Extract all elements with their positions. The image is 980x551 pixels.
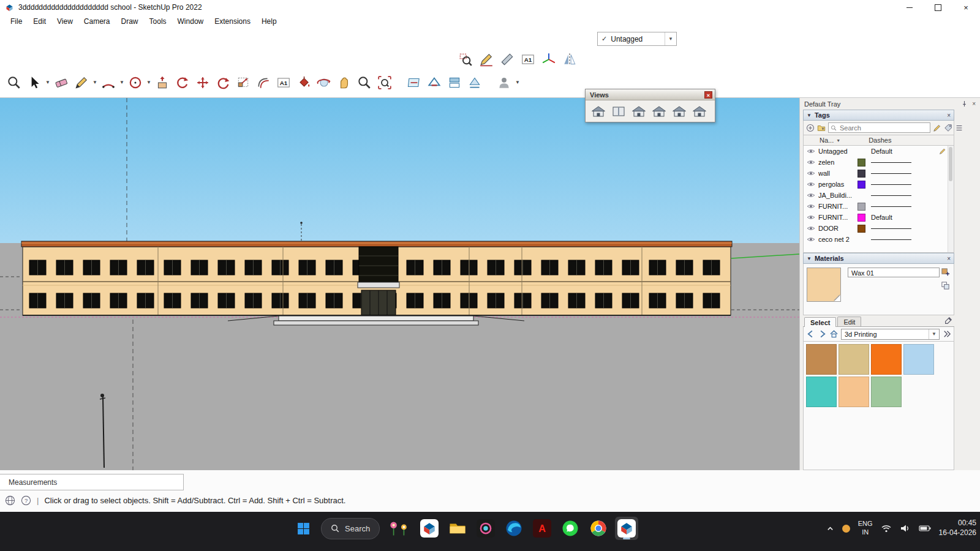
material-1[interactable] [806, 344, 837, 375]
material-7[interactable] [871, 377, 902, 407]
taskbar-app-media[interactable] [474, 517, 497, 540]
chevron-down-icon[interactable]: ▼ [929, 329, 939, 339]
back-arrow-icon[interactable] [806, 329, 815, 339]
avatar-tool-button[interactable]: ▼ [495, 73, 513, 92]
add-tag-icon[interactable] [806, 124, 815, 132]
visibility-eye-icon[interactable] [804, 192, 818, 198]
measurements-box[interactable]: Measurements [0, 474, 184, 490]
start-button[interactable] [292, 517, 315, 540]
edit-pencil-icon[interactable] [939, 148, 946, 155]
tag-row[interactable]: UntaggedDefault [804, 146, 954, 157]
column-name-header[interactable]: Na... [820, 137, 834, 144]
view-front-button[interactable] [630, 103, 647, 119]
hidden-icons-chevron-icon[interactable] [826, 525, 834, 533]
material-preview[interactable] [807, 268, 841, 302]
tags-search-box[interactable] [828, 122, 930, 133]
tags-search-input[interactable] [839, 124, 928, 132]
collapse-arrow-icon[interactable]: ▼ [807, 256, 812, 261]
menu-camera[interactable]: Camera [78, 16, 116, 27]
materials-section-header[interactable]: ▼ Materials × [803, 253, 954, 264]
select-tool-button[interactable]: ▼ [25, 73, 43, 92]
tags-column-headers[interactable]: Na...▼ Dashes [803, 135, 954, 146]
dropdown-caret-icon[interactable]: ▼ [119, 80, 124, 85]
zoom-tool-button[interactable] [5, 73, 23, 92]
tag-color-swatch[interactable] [858, 170, 865, 178]
tag-row[interactable]: DOOR [804, 223, 954, 234]
dropdown-caret-icon[interactable]: ▼ [146, 80, 151, 85]
language-indicator[interactable]: ENG IN [858, 520, 873, 537]
taskbar-app-whatsapp[interactable] [559, 517, 582, 540]
taskbar-app-edge[interactable] [502, 517, 526, 540]
visibility-eye-icon[interactable] [804, 225, 818, 231]
section-display-tool-button[interactable] [425, 73, 443, 92]
arc-tool-button[interactable]: ▼ [99, 73, 118, 92]
eraser-tool-button[interactable] [52, 73, 70, 92]
flip-tool-button[interactable] [560, 50, 579, 69]
taskbar-search[interactable]: Search [321, 518, 380, 539]
knife-tool-button[interactable] [498, 50, 516, 69]
school-building-model[interactable] [21, 241, 732, 315]
tag-dashes[interactable] [871, 195, 920, 196]
tag-dashes[interactable]: Default [871, 148, 920, 155]
visibility-eye-icon[interactable] [804, 170, 818, 176]
tag-row[interactable]: pergolas [804, 179, 954, 190]
tag-dashes[interactable] [871, 206, 920, 207]
help-question-icon[interactable]: ? [21, 495, 31, 506]
dropdown-caret-icon[interactable]: ▼ [515, 80, 520, 85]
zoom-extents-tool-button[interactable] [375, 73, 394, 92]
volume-icon[interactable] [900, 524, 911, 533]
secondary-pane-icon[interactable] [941, 281, 950, 290]
move-tool-button[interactable] [194, 73, 212, 92]
maximize-button[interactable] [924, 0, 952, 15]
follow-me-tool-button[interactable] [173, 73, 192, 92]
tags-section-header[interactable]: ▼ Tags × [803, 110, 954, 121]
visibility-eye-icon[interactable] [804, 181, 818, 187]
material-4[interactable] [903, 344, 934, 375]
tag-color-swatch[interactable] [858, 225, 865, 233]
tag-details-icon[interactable] [955, 124, 963, 132]
tags-scrollbar[interactable] [948, 146, 954, 252]
battery-icon[interactable] [919, 525, 931, 532]
rotate-tool-button[interactable] [214, 73, 232, 92]
detail-arrow-icon[interactable] [942, 329, 951, 339]
menu-file[interactable]: File [5, 16, 28, 27]
text-tool-button[interactable]: A1 [274, 73, 293, 92]
text-tool-button[interactable]: A1 [519, 50, 537, 69]
section-fill-tool-button[interactable] [445, 73, 464, 92]
styles-tool-button[interactable] [466, 73, 484, 92]
wifi-icon[interactable] [881, 524, 892, 533]
tag-dashes[interactable] [871, 184, 920, 185]
tab-edit[interactable]: Edit [837, 317, 861, 326]
tag-color-swatch[interactable] [858, 192, 865, 200]
geolocation-globe-icon[interactable] [5, 495, 15, 506]
tag-dashes[interactable] [871, 173, 920, 174]
material-collection-dropdown[interactable]: 3d Printing ▼ [841, 329, 940, 340]
tag-row[interactable]: JA_Buildi... [804, 190, 954, 201]
in-model-home-icon[interactable] [829, 329, 839, 339]
material-2[interactable] [839, 344, 869, 375]
tag-row[interactable]: zelen [804, 157, 954, 168]
view-left-button[interactable] [690, 103, 708, 119]
tag-color-swatch[interactable] [858, 236, 865, 244]
tag-color-swatch[interactable] [858, 159, 865, 167]
material-5[interactable] [806, 377, 837, 407]
create-material-icon[interactable] [941, 268, 950, 277]
view-right-button[interactable] [650, 103, 668, 119]
pencil-line-tool-button[interactable] [477, 50, 496, 69]
column-dashes-header[interactable]: Dashes [869, 137, 891, 144]
dropdown-caret-icon[interactable]: ▼ [92, 80, 97, 85]
active-tag-dropdown[interactable]: ✓ Untagged ▼ [597, 32, 677, 46]
scale-tool-button[interactable] [234, 73, 252, 92]
taskbar-app-chrome[interactable] [587, 517, 610, 540]
edit-tag-pencil-icon[interactable] [933, 124, 941, 132]
tag-row[interactable]: ceco net 2 [804, 234, 954, 245]
close-button[interactable]: × [952, 0, 980, 15]
menu-edit[interactable]: Edit [28, 16, 51, 27]
tray-close-icon[interactable]: × [972, 100, 976, 107]
tag-color-swatch[interactable] [858, 203, 865, 211]
tag-row[interactable]: wall [804, 168, 954, 179]
tag-dashes[interactable] [871, 228, 920, 229]
tags-close-icon[interactable]: × [947, 112, 951, 119]
view-iso-button[interactable] [589, 103, 607, 119]
menu-help[interactable]: Help [256, 16, 282, 27]
